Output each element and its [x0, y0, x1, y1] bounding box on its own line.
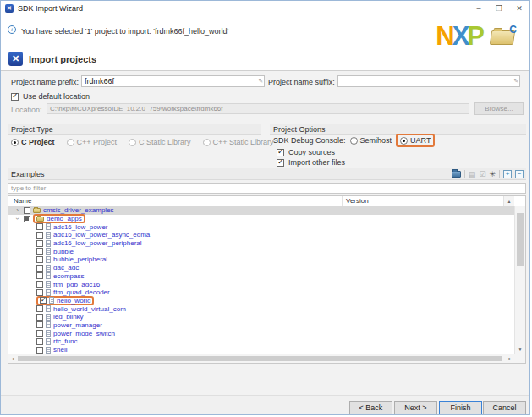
item-checkbox[interactable]: [36, 321, 43, 328]
tree-item-ftm-pdb-adc16[interactable]: ftm_pdb_adc16: [8, 280, 514, 288]
file-icon: [46, 289, 51, 296]
item-checkbox[interactable]: [36, 314, 43, 321]
item-checkbox[interactable]: [36, 330, 43, 337]
item-label: adc16_low_power_async_edma: [53, 231, 150, 239]
copy-sources-checkbox[interactable]: [277, 149, 284, 156]
tree-item-adc16-low-power-peripheral[interactable]: adc16_low_power_peripheral: [8, 239, 514, 248]
radio-icon: [350, 137, 358, 145]
file-icon: [46, 281, 51, 288]
import-other-files-row[interactable]: Import other files: [277, 158, 345, 167]
content-assist-icon: ✎: [258, 78, 263, 85]
item-label: power_mode_switch: [53, 330, 115, 337]
radio-uart[interactable]: UART: [400, 136, 431, 145]
radio-c-static-library[interactable]: C++ Static Library: [203, 138, 274, 146]
close-button[interactable]: ✕: [509, 1, 529, 16]
item-checkbox[interactable]: [36, 265, 43, 272]
item-checkbox[interactable]: [36, 289, 43, 296]
copy-sources-row[interactable]: Copy sources: [277, 148, 335, 156]
tree-item-bubble[interactable]: bubble: [8, 247, 514, 255]
radio-c-project[interactable]: C++ Project: [67, 138, 118, 146]
column-header-name[interactable]: Name: [14, 197, 31, 205]
scroll-right-icon[interactable]: ►: [506, 354, 514, 363]
scroll-left-icon[interactable]: ◄: [8, 354, 17, 363]
tree-item-power-manager[interactable]: power_manager: [8, 321, 514, 330]
uart-annotation-box: UART: [396, 134, 435, 147]
vertical-scroll-thumb[interactable]: [517, 213, 524, 266]
uart-label: UART: [410, 136, 431, 145]
item-checkbox[interactable]: [36, 305, 43, 312]
table-header: Name Version ▲: [8, 196, 514, 206]
back-button[interactable]: < Back: [349, 401, 392, 414]
tree-item-ecompass[interactable]: ecompass: [8, 272, 514, 281]
tree-item-power-mode-switch[interactable]: power_mode_switch: [8, 329, 514, 337]
item-checkbox[interactable]: [36, 256, 43, 263]
next-button[interactable]: Next >: [394, 401, 437, 414]
tree-item-rtc-func[interactable]: rtc_func: [8, 337, 514, 346]
item-checkbox[interactable]: [36, 248, 43, 255]
minimize-button[interactable]: –: [469, 1, 489, 16]
radio-icon: [400, 137, 408, 145]
project-name-prefix-input[interactable]: [81, 75, 265, 87]
radio-semihost[interactable]: Semihost: [350, 136, 392, 145]
radio-c-project[interactable]: C Project: [11, 138, 55, 146]
filter-field-wrap: [8, 183, 526, 194]
tree-item-demo-apps[interactable]: ›demo_apps: [8, 215, 514, 223]
item-label: demo_apps: [47, 215, 82, 222]
item-checkbox[interactable]: [36, 272, 43, 279]
item-checkbox[interactable]: [24, 207, 30, 214]
import-other-files-label: Import other files: [288, 158, 345, 167]
item-checkbox[interactable]: [24, 216, 30, 222]
use-default-location-label: Use default location: [23, 92, 90, 101]
item-checkbox[interactable]: [40, 297, 47, 304]
annotation-box: demo_apps: [33, 214, 85, 223]
item-label: ftm_pdb_adc16: [53, 281, 100, 288]
examples-toolbar: ▤☑✳+−: [452, 170, 524, 178]
maximize-button[interactable]: ❐: [489, 1, 509, 16]
collapse-all-icon[interactable]: −: [515, 170, 524, 178]
tree-item-hello-world-virtual-com[interactable]: hello_world_virtual_com: [8, 305, 514, 313]
item-checkbox[interactable]: [36, 347, 43, 354]
scroll-up-icon[interactable]: ▲: [503, 196, 514, 206]
vertical-scrollbar[interactable]: ▼: [514, 206, 525, 354]
horizontal-scroll-thumb[interactable]: [18, 356, 502, 361]
tree-item-hello-world[interactable]: hello_world: [8, 297, 514, 305]
cancel-button[interactable]: Cancel: [483, 401, 526, 414]
column-divider[interactable]: [342, 196, 343, 206]
column-header-version[interactable]: Version: [346, 197, 369, 205]
examples-filter-input[interactable]: [8, 183, 526, 194]
item-checkbox[interactable]: [36, 338, 43, 345]
sort-icon[interactable]: ▤: [469, 170, 476, 178]
tree-item-dac-adc[interactable]: dac_adc: [8, 264, 514, 272]
browse-button[interactable]: Browse...: [474, 102, 524, 115]
prefix-label: Project name prefix:: [11, 78, 79, 86]
tree-item-adc16-low-power[interactable]: adc16_low_power: [8, 222, 514, 231]
finish-button[interactable]: Finish: [439, 401, 482, 414]
scroll-down-icon[interactable]: ▼: [515, 345, 525, 354]
expand-all-icon[interactable]: +: [503, 170, 512, 178]
sdk-import-wizard-dialog: ✕ SDK Import Wizard –❐✕ i You have selec…: [0, 0, 530, 415]
import-other-files-checkbox[interactable]: [277, 159, 284, 167]
collapse-arrow-icon[interactable]: ›: [14, 215, 21, 222]
item-label: adc16_low_power_peripheral: [53, 239, 142, 247]
file-icon: [46, 330, 51, 337]
item-checkbox[interactable]: [36, 240, 43, 247]
item-checkbox[interactable]: [36, 232, 43, 239]
tree-item-led-blinky[interactable]: led_blinky: [8, 313, 514, 321]
item-label: ecompass: [53, 272, 84, 280]
import-sdk-folder-icon[interactable]: [452, 171, 461, 178]
horizontal-scrollbar[interactable]: ◄ ►: [8, 354, 514, 363]
tree-item-shell[interactable]: shell: [8, 346, 514, 354]
examples-table: Name Version ▲ ›cmsis_driver_examples›de…: [8, 195, 526, 364]
item-checkbox[interactable]: [36, 281, 43, 288]
expand-arrow-icon[interactable]: ›: [14, 206, 21, 214]
project-name-suffix-input[interactable]: [337, 75, 520, 87]
use-default-location-row[interactable]: Use default location: [11, 92, 90, 101]
item-checkbox[interactable]: [36, 223, 43, 230]
tree-item-bubble-peripheral[interactable]: bubble_peripheral: [8, 255, 514, 264]
select-all-icon[interactable]: ☑: [479, 170, 485, 178]
deselect-all-icon[interactable]: ✳: [489, 170, 496, 178]
tree-item-cmsis-driver-examples[interactable]: ›cmsis_driver_examples: [8, 206, 514, 215]
radio-c-static-library[interactable]: C Static Library: [129, 138, 191, 146]
tree-item-adc16-low-power-async-edma[interactable]: adc16_low_power_async_edma: [8, 231, 514, 239]
use-default-location-checkbox[interactable]: [11, 93, 19, 101]
